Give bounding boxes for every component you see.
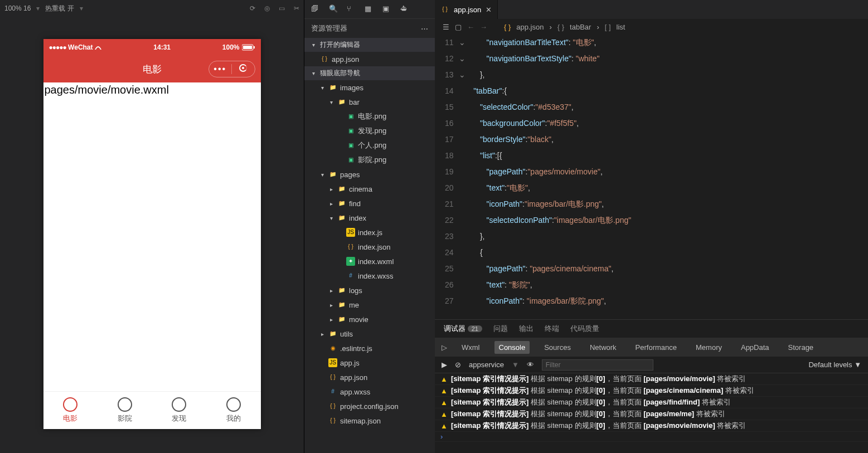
open-editor-file[interactable]: { }app.json [304,52,435,66]
panel-tab[interactable]: 问题 [493,324,508,334]
tab-icon [63,397,77,412]
nav-bar: 电影 ••• [43,56,261,82]
close-icon[interactable]: ✕ [486,6,492,14]
device-icon[interactable]: ▭ [279,4,285,12]
files-icon[interactable]: 🗐 [311,4,321,14]
tabbar-item[interactable]: 我的 [206,392,261,429]
devtool-tab[interactable]: Storage [784,341,818,354]
panel-tab[interactable]: 调试器 21 [444,324,482,334]
console-toolbar: ▶ ⊘ appservice▼ 👁 Default levels ▼ [435,357,868,373]
stop-icon[interactable]: ◎ [264,4,270,12]
tabbar-item[interactable]: 影院 [98,392,152,429]
tree-file[interactable]: #app.wxss [304,384,435,399]
tree-file[interactable]: { }project.config.json [304,399,435,413]
tree-file[interactable]: { }sitemap.json [304,413,435,428]
svg-rect-2 [254,46,255,48]
editor-tabs: { } app.json ✕ [435,0,868,19]
devtool-tab[interactable]: AppData [736,341,774,354]
tree-file[interactable]: ▣影院.png [304,153,435,167]
tree-file[interactable]: ◉.eslintrc.js [304,341,435,355]
panel-tab[interactable]: 代码质量 [570,324,599,334]
close-target-icon [232,64,255,74]
save-icon[interactable]: ▣ [382,4,392,14]
tree-folder[interactable]: 📁cinema [304,182,435,196]
tree-folder[interactable]: 📁find [304,196,435,211]
tree-file[interactable]: #index.wxss [304,269,435,283]
panel-tab[interactable]: 终端 [545,324,559,334]
json-icon: { } [440,5,449,14]
svg-rect-1 [243,46,252,49]
levels-select[interactable]: Default levels ▼ [808,361,861,369]
hot-reload-toggle[interactable]: 热重载 开 [45,4,74,13]
tree-file[interactable]: ▣个人.png [304,138,435,153]
play-icon[interactable]: ▶ [442,361,447,369]
tabbar-item[interactable]: 发现 [152,392,207,429]
zoom-level[interactable]: 100% 16 [4,4,31,12]
nav-back-icon[interactable]: ← [467,23,474,31]
search-icon[interactable]: 🔍 [329,4,339,14]
sim-toolbar: 100% 16 ▾ 热重载 开 ▾ ⟳ ◎ ▭ ✂ [0,0,304,17]
docker-icon[interactable]: ⛴ [400,4,410,14]
tree-folder[interactable]: 📁index [304,211,435,225]
page-body[interactable]: pages/movie/movie.wxml [43,82,261,391]
tree-folder[interactable]: 📁images [304,80,435,95]
devtool-tab[interactable]: Sources [540,341,575,354]
tree-file[interactable]: { }app.json [304,370,435,384]
capsule-button[interactable]: ••• [208,61,255,77]
devtool-tabs: ▷ WxmlConsoleSourcesNetworkPerformanceMe… [435,338,868,357]
wechat-simulator: ●●●●● WeChat 14:31 100% 电影 ••• pages/mov… [43,39,261,429]
devtool-tab[interactable]: Memory [691,341,726,354]
cut-icon[interactable]: ✂ [294,4,299,12]
filter-input[interactable] [542,359,653,371]
editor-pane: { } app.json ✕ ☰ ▢ ← → { }app.json› { }t… [435,0,868,453]
bookmark-icon[interactable]: ▢ [455,23,462,31]
tree-folder[interactable]: 📁bar [304,95,435,109]
list-icon[interactable]: ☰ [443,23,449,31]
nav-fwd-icon[interactable]: → [480,23,487,31]
grid-icon[interactable]: ▦ [365,4,375,14]
open-editors-section[interactable]: 打开的编辑器 [304,38,435,52]
refresh-icon[interactable]: ⟳ [250,4,255,12]
tree-file[interactable]: JSindex.js [304,225,435,240]
status-bar: ●●●●● WeChat 14:31 100% [43,39,261,56]
warning-icon: ▲ [440,422,448,430]
panel-tab[interactable]: 输出 [519,324,534,334]
more-icon[interactable]: ⋯ [421,25,428,33]
tree-file[interactable]: ▣发现.png [304,124,435,138]
tabbar-item[interactable]: 电影 [43,392,98,429]
breadcrumb[interactable]: ☰ ▢ ← → { }app.json› { }tabBar› [ ]list [435,19,868,35]
console-output[interactable]: ▲[sitemap 索引情况提示] 根据 sitemap 的规则[0]，当前页面… [435,373,868,453]
tree-folder[interactable]: 📁pages [304,167,435,182]
tab-app-json[interactable]: { } app.json ✕ [435,0,498,19]
warning-icon: ▲ [440,410,448,418]
code-editor[interactable]: 1112131415161718192021222324252627 ⌄⌄⌄ "… [435,35,868,319]
tree-file[interactable]: JSapp.js [304,355,435,370]
simulator-pane: 100% 16 ▾ 热重载 开 ▾ ⟳ ◎ ▭ ✂ ●●●●● WeChat 1… [0,0,304,453]
eye-icon[interactable]: 👁 [527,361,534,369]
explorer-pane: 🗐 🔍 ⑂ ▦ ▣ ⛴ 资源管理器 ⋯ 打开的编辑器 { }app.json 猫… [304,0,435,453]
clear-icon[interactable]: ⊘ [455,361,461,369]
tab-icon [226,397,241,412]
tree-file[interactable]: ✦index.wxml [304,254,435,269]
warning-icon: ▲ [440,398,448,407]
context-select[interactable]: appservice [469,361,504,369]
devtool-tab[interactable]: Network [585,341,621,354]
tree-folder[interactable]: 📁movie [304,312,435,327]
warning-icon: ▲ [440,375,448,383]
explorer-title: 资源管理器 [311,23,347,33]
tree-file[interactable]: ▣电影.png [304,109,435,124]
menu-icon: ••• [209,64,232,74]
tab-icon [172,397,186,412]
tree-folder[interactable]: 📁logs [304,283,435,298]
tree-folder[interactable]: 📁me [304,298,435,312]
branch-icon[interactable]: ⑂ [347,4,357,14]
project-section[interactable]: 猫眼底部导航 [304,66,435,80]
run-icon[interactable]: ▷ [442,343,447,352]
tree-folder[interactable]: 📁utils [304,327,435,341]
tree-file[interactable]: { }index.json [304,240,435,254]
devtool-tab[interactable]: Performance [631,341,681,354]
devtool-tab[interactable]: Console [494,341,530,354]
panel-tabs: 调试器 21问题输出终端代码质量 [435,320,868,338]
devtool-tab[interactable]: Wxml [457,341,484,354]
tab-icon [118,397,132,412]
